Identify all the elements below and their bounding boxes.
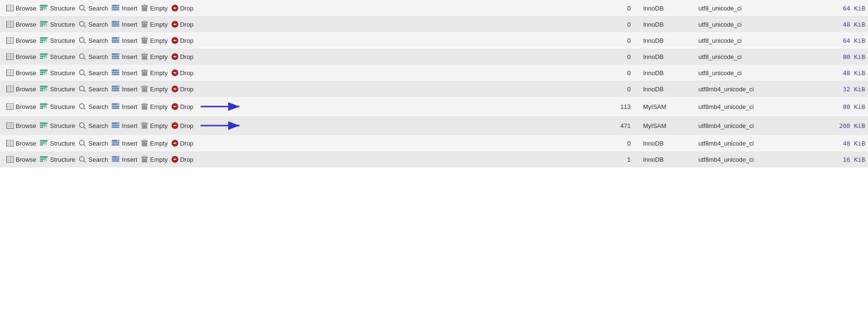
svg-rect-116: [112, 106, 119, 107]
drop-label: Drop: [180, 69, 193, 77]
insert-icon: [112, 122, 119, 129]
insert-button[interactable]: Insert: [110, 4, 139, 12]
structure-button[interactable]: Structure: [39, 20, 77, 29]
empty-button[interactable]: Empty: [140, 36, 169, 45]
browse-icon: [6, 37, 14, 44]
insert-button[interactable]: Insert: [110, 122, 139, 130]
search-button[interactable]: Search: [77, 4, 109, 12]
structure-label: Structure: [50, 69, 75, 77]
drop-button[interactable]: Drop: [170, 4, 195, 12]
search-button[interactable]: Search: [77, 20, 109, 29]
search-button[interactable]: Search: [77, 156, 109, 164]
search-label: Search: [88, 86, 108, 93]
structure-button[interactable]: Structure: [39, 139, 77, 147]
browse-button[interactable]: Browse: [5, 20, 38, 29]
empty-button[interactable]: Empty: [140, 155, 169, 164]
insert-button[interactable]: Insert: [110, 69, 139, 77]
search-button[interactable]: Search: [77, 37, 109, 45]
insert-button[interactable]: Insert: [110, 103, 139, 111]
empty-button[interactable]: Empty: [140, 68, 169, 77]
action-buttons: Browse Structure Search: [5, 68, 601, 77]
insert-button[interactable]: Insert: [110, 20, 139, 29]
browse-button[interactable]: Browse: [5, 69, 38, 77]
empty-button[interactable]: Empty: [140, 4, 169, 12]
svg-rect-167: [40, 158, 45, 160]
drop-label: Drop: [180, 5, 193, 12]
structure-label: Structure: [50, 156, 75, 163]
empty-button[interactable]: Empty: [140, 20, 169, 29]
drop-label: Drop: [180, 103, 193, 110]
drop-button[interactable]: Drop: [170, 20, 195, 29]
browse-button[interactable]: Browse: [5, 103, 38, 111]
insert-button[interactable]: Insert: [110, 53, 139, 61]
drop-button[interactable]: Drop: [170, 85, 195, 93]
insert-button[interactable]: Insert: [110, 85, 139, 93]
structure-button[interactable]: Structure: [39, 4, 77, 12]
table-row: Browse Structure Search: [0, 135, 868, 151]
svg-rect-26: [112, 23, 119, 25]
structure-button[interactable]: Structure: [39, 103, 77, 111]
svg-rect-168: [40, 160, 43, 162]
table-collation: utf8_unicode_ci: [689, 49, 794, 65]
drop-icon: [172, 156, 178, 163]
table-engine: InnoDB: [634, 135, 689, 151]
insert-button[interactable]: Insert: [110, 156, 139, 164]
browse-button[interactable]: Browse: [5, 4, 38, 12]
structure-button[interactable]: Structure: [39, 85, 77, 93]
search-button[interactable]: Search: [77, 69, 109, 77]
search-button[interactable]: Search: [77, 139, 109, 147]
structure-label: Structure: [50, 140, 75, 147]
drop-label: Drop: [180, 122, 193, 129]
empty-button[interactable]: Empty: [140, 52, 169, 61]
drop-button[interactable]: Drop: [170, 156, 195, 164]
arrow-indicator: [201, 101, 243, 112]
browse-button[interactable]: Browse: [5, 139, 38, 147]
structure-button[interactable]: Structure: [39, 122, 77, 130]
structure-button[interactable]: Structure: [39, 69, 77, 77]
insert-button[interactable]: Insert: [110, 139, 139, 147]
search-icon: [79, 37, 86, 44]
browse-button[interactable]: Browse: [5, 37, 38, 45]
svg-rect-45: [112, 41, 119, 43]
browse-button[interactable]: Browse: [5, 122, 38, 130]
drop-button[interactable]: Drop: [170, 69, 195, 77]
table-size: 80 KiB: [794, 97, 868, 116]
empty-label: Empty: [150, 103, 168, 110]
drop-icon: [172, 140, 178, 147]
row-count: 0: [604, 0, 634, 16]
browse-button[interactable]: Browse: [5, 53, 38, 61]
empty-button[interactable]: Empty: [140, 102, 169, 111]
browse-button[interactable]: Browse: [5, 85, 38, 93]
search-button[interactable]: Search: [77, 85, 109, 93]
browse-label: Browse: [16, 103, 36, 110]
empty-button[interactable]: Empty: [140, 139, 169, 147]
insert-button[interactable]: Insert: [110, 37, 139, 45]
drop-button[interactable]: Drop: [170, 53, 195, 61]
search-button[interactable]: Search: [77, 103, 109, 111]
structure-icon: [40, 53, 48, 60]
structure-button[interactable]: Structure: [39, 37, 77, 45]
table-engine: InnoDB: [634, 32, 689, 49]
svg-point-41: [79, 38, 84, 42]
svg-line-4: [46, 7, 47, 10]
insert-label: Insert: [122, 53, 137, 60]
arrow-indicator: [201, 120, 243, 131]
search-label: Search: [88, 103, 108, 110]
empty-button[interactable]: Empty: [140, 85, 169, 93]
row-count: 0: [604, 81, 634, 97]
drop-button[interactable]: Drop: [170, 139, 195, 147]
structure-button[interactable]: Structure: [39, 53, 77, 61]
drop-button[interactable]: Drop: [170, 37, 195, 45]
empty-button[interactable]: Empty: [140, 121, 169, 130]
table-row: Browse Structure Search: [0, 32, 868, 49]
insert-label: Insert: [122, 156, 137, 163]
search-icon: [79, 69, 86, 76]
search-label: Search: [88, 21, 108, 28]
drop-button[interactable]: Drop: [170, 101, 245, 112]
search-button[interactable]: Search: [77, 53, 109, 61]
svg-rect-73: [40, 72, 45, 73]
structure-button[interactable]: Structure: [39, 156, 77, 164]
browse-button[interactable]: Browse: [5, 156, 38, 164]
drop-button[interactable]: Drop: [170, 120, 245, 131]
search-button[interactable]: Search: [77, 122, 109, 130]
